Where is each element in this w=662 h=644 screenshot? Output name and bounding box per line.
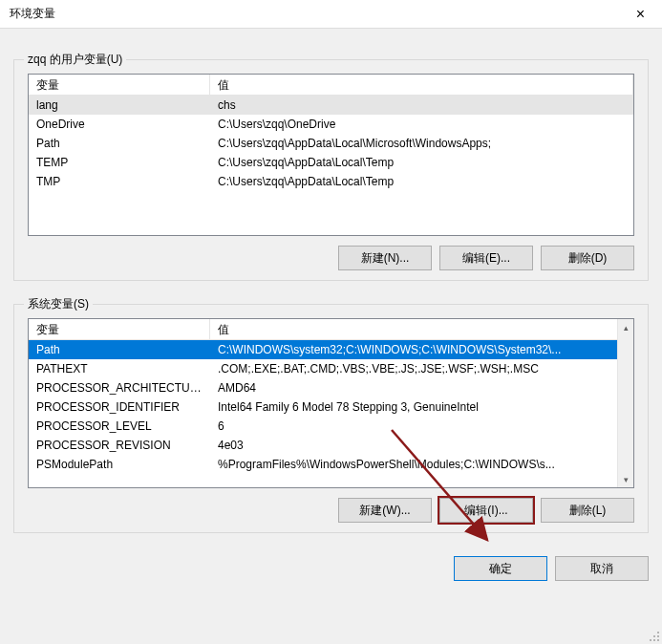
- cell-value: %ProgramFiles%\WindowsPowerShell\Modules…: [210, 456, 617, 473]
- cell-variable: lang: [29, 97, 210, 114]
- cell-value: 4e03: [210, 437, 617, 454]
- cancel-button[interactable]: 取消: [555, 556, 649, 581]
- scroll-up-icon[interactable]: ▴: [618, 319, 634, 335]
- window-title: 环境变量: [10, 6, 619, 22]
- cell-variable: OneDrive: [29, 116, 210, 133]
- svg-point-2: [653, 635, 655, 637]
- col-variable[interactable]: 变量: [29, 75, 210, 95]
- table-row[interactable]: TEMPC:\Users\zqq\AppData\Local\Temp: [29, 153, 633, 172]
- cell-variable: PROCESSOR_IDENTIFIER: [29, 398, 210, 416]
- system-delete-button[interactable]: 删除(L): [541, 498, 634, 523]
- cell-value: .COM;.EXE;.BAT;.CMD;.VBS;.VBE;.JS;.JSE;.…: [210, 360, 617, 377]
- cell-variable: Path: [29, 341, 210, 358]
- system-new-button[interactable]: 新建(W)...: [338, 498, 432, 523]
- table-row[interactable]: PROCESSOR_IDENTIFIERIntel64 Family 6 Mod…: [29, 397, 617, 417]
- cell-variable: TEMP: [29, 154, 210, 171]
- svg-point-3: [657, 635, 659, 637]
- table-row[interactable]: PSModulePath%ProgramFiles%\WindowsPowerS…: [29, 455, 617, 474]
- resize-grip-icon[interactable]: [647, 629, 660, 642]
- titlebar: 环境变量 ×: [0, 0, 662, 29]
- col-variable[interactable]: 变量: [29, 319, 210, 339]
- table-row[interactable]: PROCESSOR_LEVEL6: [29, 417, 617, 436]
- svg-point-1: [657, 632, 659, 633]
- cell-value: C:\Users\zqq\AppData\Local\Temp: [210, 173, 633, 190]
- cell-value: C:\Users\zqq\OneDrive: [210, 116, 633, 133]
- cell-variable: PROCESSOR_LEVEL: [29, 418, 210, 435]
- cell-variable: Path: [29, 135, 210, 152]
- table-row[interactable]: OneDriveC:\Users\zqq\OneDrive: [29, 115, 633, 134]
- table-row[interactable]: TMPC:\Users\zqq\AppData\Local\Temp: [29, 172, 633, 191]
- cell-variable: PSModulePath: [29, 456, 210, 473]
- user-vars-header: 变量 值: [29, 75, 633, 96]
- table-row[interactable]: PATHEXT.COM;.EXE;.BAT;.CMD;.VBS;.VBE;.JS…: [29, 359, 617, 378]
- cell-variable: PROCESSOR_ARCHITECTURE: [29, 379, 210, 397]
- user-vars-group: zqq 的用户变量(U) 变量 值 langchsOneDriveC:\User…: [13, 59, 649, 281]
- user-new-button[interactable]: 新建(N)...: [338, 246, 432, 270]
- cell-variable: TMP: [29, 173, 210, 190]
- cell-value: 6: [210, 418, 617, 435]
- table-row[interactable]: PathC:\Users\zqq\AppData\Local\Microsoft…: [29, 134, 633, 153]
- cell-value: chs: [210, 97, 633, 114]
- system-edit-button[interactable]: 编辑(I)...: [439, 498, 533, 523]
- scroll-down-icon[interactable]: ▾: [618, 471, 634, 487]
- cell-value: C:\WINDOWS\system32;C:\WINDOWS;C:\WINDOW…: [210, 341, 617, 358]
- system-vars-header: 变量 值: [29, 319, 633, 340]
- cell-value: C:\Users\zqq\AppData\Local\Microsoft\Win…: [210, 135, 633, 152]
- svg-point-6: [657, 639, 659, 641]
- system-vars-group: 系统变量(S) 变量 值 PathC:\WINDOWS\system32;C:\…: [13, 304, 649, 533]
- system-vars-label: 系统变量(S): [24, 296, 93, 312]
- cell-value: C:\Users\zqq\AppData\Local\Temp: [210, 154, 633, 171]
- svg-point-4: [650, 639, 651, 641]
- cell-value: Intel64 Family 6 Model 78 Stepping 3, Ge…: [210, 398, 617, 416]
- col-value[interactable]: 值: [210, 319, 633, 339]
- cell-variable: PROCESSOR_REVISION: [29, 437, 210, 454]
- user-vars-table[interactable]: 变量 值 langchsOneDriveC:\Users\zqq\OneDriv…: [28, 74, 634, 236]
- cell-variable: PATHEXT: [29, 360, 210, 377]
- table-row[interactable]: langchs: [29, 96, 633, 115]
- user-vars-label: zqq 的用户变量(U): [24, 52, 126, 68]
- col-value[interactable]: 值: [210, 75, 633, 95]
- table-row[interactable]: PROCESSOR_ARCHITECTUREAMD64: [29, 378, 617, 397]
- user-edit-button[interactable]: 编辑(E)...: [439, 246, 533, 270]
- system-vars-table[interactable]: 变量 值 PathC:\WINDOWS\system32;C:\WINDOWS;…: [28, 318, 634, 488]
- dialog-footer: 确定 取消: [0, 545, 662, 590]
- user-delete-button[interactable]: 删除(D): [541, 246, 634, 270]
- ok-button[interactable]: 确定: [454, 556, 547, 581]
- scrollbar[interactable]: ▴ ▾: [617, 319, 633, 487]
- table-row[interactable]: PathC:\WINDOWS\system32;C:\WINDOWS;C:\WI…: [29, 340, 617, 359]
- cell-value: AMD64: [210, 379, 617, 397]
- table-row[interactable]: PROCESSOR_REVISION4e03: [29, 436, 617, 455]
- svg-point-5: [653, 639, 655, 641]
- close-icon[interactable]: ×: [619, 0, 662, 29]
